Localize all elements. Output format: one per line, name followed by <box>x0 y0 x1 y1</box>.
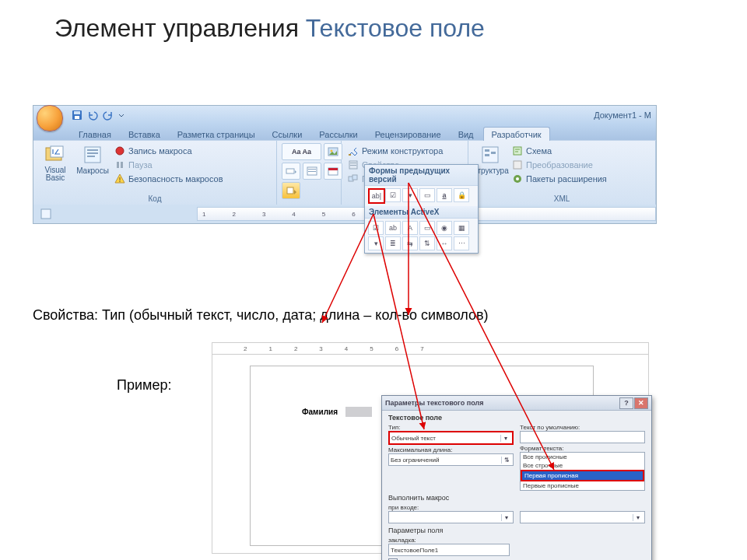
svg-rect-31 <box>491 152 496 154</box>
on-exit-select[interactable]: ▾ <box>520 511 645 523</box>
maxlen-value: Без ограничений <box>391 457 440 464</box>
legacy-reset-button[interactable]: 🔒 <box>454 188 469 202</box>
type-select[interactable]: Обычный текст▾ <box>388 431 514 445</box>
svg-rect-22 <box>349 154 351 156</box>
ax-option-button[interactable]: ◉ <box>437 221 452 235</box>
schema-button[interactable]: Схема <box>510 145 608 157</box>
ruler-mark: 6 <box>352 211 355 218</box>
titlebar: Документ1 - M <box>33 106 656 124</box>
ax-textbox-button[interactable]: ab <box>385 221 401 235</box>
tab-page-layout[interactable]: Разметка страницы <box>170 128 263 141</box>
svg-point-35 <box>516 177 519 180</box>
dropdown-control-button[interactable] <box>303 163 321 180</box>
format-option[interactable]: Все строчные <box>521 461 644 470</box>
datepicker-control-button[interactable] <box>324 163 342 180</box>
group-code-label: Код <box>38 194 272 204</box>
ax-spin-button[interactable]: ⇅ <box>419 236 435 250</box>
ax-checkbox-button[interactable]: ☑ <box>368 221 384 235</box>
format-listbox[interactable]: Все прописные Все строчные Первая пропис… <box>520 452 645 491</box>
tab-insert[interactable]: Вставка <box>121 128 168 141</box>
svg-rect-6 <box>87 149 98 151</box>
svg-rect-7 <box>87 152 98 154</box>
close-window-button[interactable]: ✕ <box>634 397 648 409</box>
dialog-body: Текстовое поле Тип: Обычный текст▾ Макси… <box>382 411 651 560</box>
transform-label: Преобразование <box>526 160 593 170</box>
transform-button: Преобразование <box>510 159 608 171</box>
content-controls-grid: Aa Aa <box>282 143 342 199</box>
macro-security-label: Безопасность макросов <box>128 174 223 184</box>
legacy-shading-button[interactable]: a <box>437 188 452 202</box>
ruler-mark: 5 <box>370 345 373 352</box>
spinner-icon: ⇅ <box>501 457 511 464</box>
maxlen-select[interactable]: Без ограничений⇅ <box>388 453 514 466</box>
surname-text-field[interactable] <box>345 407 372 417</box>
ax-scroll-button[interactable]: ↔ <box>437 236 452 250</box>
ax-list-button[interactable]: ≣ <box>385 236 401 250</box>
combobox-control-button[interactable] <box>282 163 300 180</box>
format-option[interactable]: Первые прописные <box>521 481 644 490</box>
ruler-mark: 6 <box>395 345 398 352</box>
qat-dropdown-icon[interactable] <box>117 109 130 121</box>
dialog-titlebar[interactable]: Параметры текстового поля ? ✕ <box>382 396 651 411</box>
legacy-tools-button[interactable] <box>282 182 300 199</box>
tab-developer[interactable]: Разработчик <box>483 127 550 141</box>
save-icon[interactable] <box>71 109 83 121</box>
design-mode-icon <box>348 145 359 156</box>
legacy-combobox-button[interactable]: ▾ <box>402 188 418 202</box>
on-enter-select[interactable]: ▾ <box>388 511 514 523</box>
redo-icon[interactable] <box>102 109 114 121</box>
slide-title-accent: Текстовое поле <box>306 14 485 42</box>
svg-rect-30 <box>485 154 489 156</box>
document-title: Документ1 - M <box>594 110 656 120</box>
help-window-button[interactable]: ? <box>619 397 633 409</box>
tab-references[interactable]: Ссылки <box>265 128 310 141</box>
tab-mailings[interactable]: Рассылки <box>311 128 365 141</box>
format-option-selected[interactable]: Первая прописная <box>521 470 644 481</box>
legacy-textfield-button[interactable]: ab| <box>368 188 385 204</box>
visual-basic-icon <box>44 145 66 165</box>
tab-view[interactable]: Вид <box>451 128 482 141</box>
ruler-mark: 2 <box>294 345 297 352</box>
tab-home[interactable]: Главная <box>71 128 119 141</box>
pause-icon <box>114 159 125 170</box>
group-controls-gallery: Aa Aa <box>277 141 342 205</box>
svg-rect-32 <box>514 147 521 155</box>
legacy-frame-button[interactable]: ▭ <box>419 188 435 202</box>
ax-more-button[interactable]: ⋯ <box>454 236 469 250</box>
ax-image-button[interactable]: ▦ <box>454 221 469 235</box>
design-mode-button[interactable]: Режим конструктора <box>346 145 444 157</box>
richtext-control-button[interactable]: Aa Aa <box>282 143 321 160</box>
default-text-input[interactable] <box>520 431 645 443</box>
ruler-mark: 1 <box>268 345 272 352</box>
visual-basic-label: Visual Basic <box>38 166 72 182</box>
maxlen-label: Максимальная длина: <box>388 446 514 453</box>
undo-icon[interactable] <box>86 109 99 121</box>
macros-button[interactable]: Макросы <box>75 143 110 175</box>
ruler-mark: 7 <box>420 345 423 352</box>
expansion-packs-button[interactable]: Пакеты расширения <box>510 173 608 185</box>
structure-icon <box>479 145 501 165</box>
ax-label-button[interactable]: A <box>402 221 418 235</box>
doc-corner-icon <box>40 208 52 220</box>
tab-review[interactable]: Рецензирование <box>367 128 449 141</box>
svg-rect-27 <box>352 175 357 180</box>
macro-security-button[interactable]: ! Безопасность макросов <box>113 173 225 185</box>
svg-rect-21 <box>287 187 293 194</box>
group-icon <box>348 173 359 184</box>
record-macro-button[interactable]: Запись макроса <box>113 145 225 157</box>
ax-button-button[interactable]: ▭ <box>419 221 435 235</box>
ax-combo-button[interactable]: ▾ <box>368 236 384 250</box>
picture-control-button[interactable] <box>324 143 342 160</box>
vertical-ruler[interactable] <box>33 219 51 223</box>
svg-rect-18 <box>308 171 316 172</box>
warning-icon: ! <box>114 173 125 184</box>
pause-recording-button: Пауза <box>113 159 225 171</box>
format-option[interactable]: Все прописные <box>521 453 644 461</box>
legacy-checkbox-button[interactable]: ☑ <box>385 188 401 202</box>
ax-toggle-button[interactable]: ⇆ <box>402 236 418 250</box>
macros-label: Макросы <box>76 166 109 175</box>
bookmark-input[interactable]: ТекстовоеПоле1 <box>388 544 510 556</box>
schema-label: Схема <box>526 146 552 156</box>
visual-basic-button[interactable]: Visual Basic <box>38 143 72 182</box>
office-button[interactable] <box>37 105 63 131</box>
